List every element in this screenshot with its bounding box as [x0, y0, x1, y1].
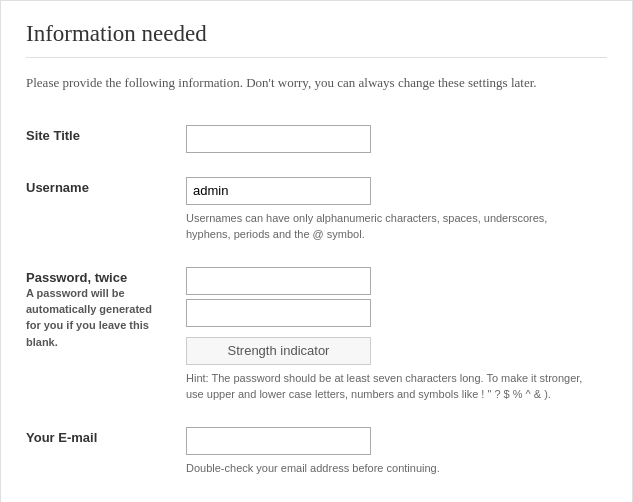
email-label: Your E-mail — [26, 430, 97, 445]
site-title-label: Site Title — [26, 128, 80, 143]
password-row: Password, twice A password will be autom… — [26, 255, 607, 415]
site-title-input[interactable] — [186, 125, 371, 153]
password2-input[interactable] — [186, 299, 371, 327]
username-description: Usernames can have only alphanumeric cha… — [186, 210, 566, 243]
page-title: Information needed — [26, 21, 607, 58]
password-sublabel: A password will be automatically generat… — [26, 287, 152, 348]
email-row: Your E-mail Double-check your email addr… — [26, 415, 607, 489]
password1-input[interactable] — [186, 267, 371, 295]
form-table: Site Title Username Usernames can have o… — [26, 113, 607, 503]
email-description: Double-check your email address before c… — [186, 460, 566, 477]
intro-text: Please provide the following information… — [26, 73, 607, 93]
privacy-row: Privacy Allow search engines to index th… — [26, 488, 607, 502]
password-fields: Strength indicator — [186, 267, 607, 365]
password-label: Password, twice — [26, 270, 166, 285]
password-hint: Hint: The password should be at least se… — [186, 370, 586, 403]
username-label: Username — [26, 180, 89, 195]
email-input[interactable] — [186, 427, 371, 455]
username-row: Username Usernames can have only alphanu… — [26, 165, 607, 255]
username-input[interactable] — [186, 177, 371, 205]
site-title-row: Site Title — [26, 113, 607, 165]
strength-indicator-button[interactable]: Strength indicator — [186, 337, 371, 365]
